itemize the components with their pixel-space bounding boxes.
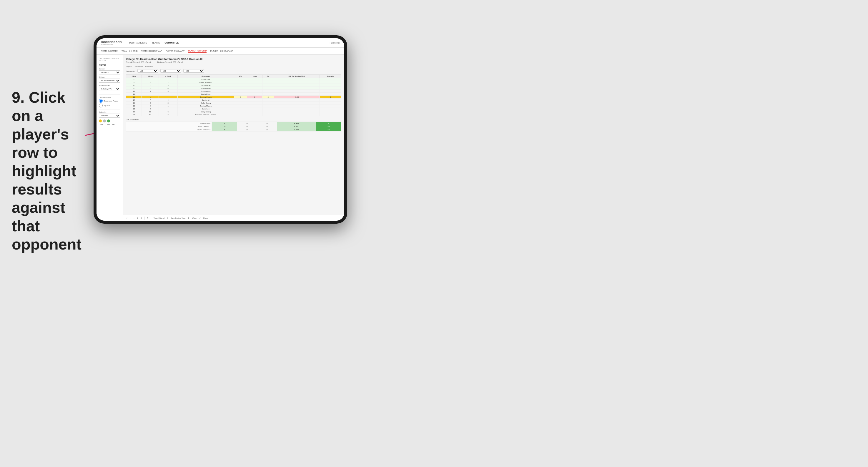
sub-nav: TEAM SUMMARY TEAM H2H GRID TEAM H2H HEAT… <box>96 48 344 55</box>
region-filter-label: Region <box>126 66 131 67</box>
overall-record-label: Overall Record: <box>126 61 141 63</box>
main-content: Last Updated: 27/03/2024 16:55:28 Player… <box>96 55 344 221</box>
subnav-team-h2h-grid[interactable]: TEAM H2H GRID <box>122 50 138 53</box>
table-cell <box>262 99 274 101</box>
save-btn[interactable]: ↕ <box>133 217 134 219</box>
table-cell: 2 <box>320 96 341 99</box>
refresh-btn[interactable]: ↻ <box>147 217 149 219</box>
nav-teams[interactable]: TEAMS <box>152 40 160 45</box>
table-cell <box>320 81 341 84</box>
out-div-row[interactable]: NAIA Division 115009.26730 <box>126 125 341 128</box>
col-loss: Loss <box>247 75 262 78</box>
radio-top100[interactable]: Top 100 <box>99 103 120 107</box>
save-custom-label[interactable]: Save Custom View <box>170 217 186 219</box>
sign-out-link[interactable]: Sign out <box>331 41 340 44</box>
annotation-text: 9. Click on a player's row to highlight … <box>12 89 82 253</box>
table-cell: Jessica Huang <box>178 96 234 99</box>
col-conf: # Conf <box>159 75 178 78</box>
table-cell <box>274 93 319 96</box>
watch-label[interactable]: Watch <box>192 217 197 219</box>
table-cell: 9 <box>126 87 142 90</box>
table-cell <box>247 101 262 104</box>
table-cell <box>320 90 341 93</box>
table-row[interactable]: 522Alexis Sudjianto <box>126 81 341 84</box>
table-row[interactable]: 914Sharon Mun <box>126 87 341 90</box>
table-cell <box>234 111 247 113</box>
out-div-row[interactable]: Foreign Team1004.5002 <box>126 122 341 125</box>
table-cell: -3.00 <box>274 96 319 99</box>
gender-select[interactable]: Women's <box>99 70 120 74</box>
out-div-row[interactable]: NCAA Division 25007.40010 <box>126 128 341 131</box>
table-cell: 13 <box>126 96 142 99</box>
undo-btn[interactable]: ↩ <box>126 217 127 219</box>
subnav-player-h2h-grid[interactable]: PLAYER H2H GRID <box>188 49 207 53</box>
division-record-label: Division Record: <box>157 61 172 63</box>
copy-btn[interactable]: ⊞ <box>137 217 138 219</box>
subnav-player-h2h-heatmap[interactable]: PLAYER H2H HEATMAP <box>210 50 233 53</box>
subnav-team-summary[interactable]: TEAM SUMMARY <box>101 50 118 53</box>
table-cell: 16 <box>126 104 142 107</box>
table-cell <box>320 107 341 111</box>
col-reg: # Reg <box>142 75 159 78</box>
subnav-player-summary[interactable]: PLAYER SUMMARY <box>166 50 185 53</box>
table-cell: Alexis Sudjianto <box>178 81 234 84</box>
watch-btn[interactable]: 👁 <box>188 217 189 219</box>
table-row[interactable]: 1691Jessica Mason <box>126 104 341 107</box>
table-cell <box>320 111 341 113</box>
opponent-select[interactable]: (All) <box>183 69 204 73</box>
table-cell: Euna Lee <box>178 107 234 111</box>
table-cell <box>262 101 274 104</box>
out-div-rounds: 2 <box>316 122 341 125</box>
share-btn[interactable]: ↗ <box>199 217 201 219</box>
division-select[interactable]: NCAA Division III <box>99 79 120 83</box>
conference-select[interactable]: (All) <box>160 69 181 73</box>
table-cell <box>247 90 262 93</box>
share-label[interactable]: Share <box>203 217 208 219</box>
nav-committee[interactable]: COMMITTEE <box>164 40 179 45</box>
table-row[interactable]: 613Sydney Kuo <box>126 84 341 87</box>
table-row[interactable]: 11Haeju Hyun <box>126 93 341 96</box>
out-div-cell: 15 <box>212 125 237 128</box>
table-cell: 20 <box>126 113 142 116</box>
table-cell <box>274 104 319 107</box>
table-cell: 14 <box>126 99 142 101</box>
paste-btn[interactable]: ⊡ <box>141 217 142 219</box>
table-cell <box>247 87 262 90</box>
table-cell <box>262 113 274 116</box>
grid-records: Overall Record: 353 - 34 - 6 Division Re… <box>126 61 341 63</box>
table-row[interactable]: 1063Andrea York <box>126 90 341 93</box>
view-original-btn[interactable]: View: Original <box>154 217 164 219</box>
table-cell: 3 <box>159 84 178 87</box>
table-cell <box>274 84 319 87</box>
out-div-cell: 5 <box>212 128 237 131</box>
table-row[interactable]: 1474Eunice Yi <box>126 99 341 101</box>
table-cell: 6 <box>126 84 142 87</box>
table-row[interactable]: 31Esther Lee <box>126 78 341 81</box>
table-cell: 15 <box>126 101 142 104</box>
table-row[interactable]: 20117Federica Domecq Lacroze <box>126 113 341 116</box>
opponent-filter-label: Opponent <box>145 66 153 67</box>
subnav-team-h2h-heatmap[interactable]: TEAM H2H HEATMAP <box>141 50 162 53</box>
radio-opponents-played[interactable]: Opponents Played <box>99 99 120 103</box>
opponent-view: Opponent view Opponents Played Top 100 <box>99 96 120 107</box>
player-rank-select[interactable]: 8. Katelyn Vo <box>99 87 120 91</box>
table-cell: 5 <box>126 81 142 84</box>
table-row[interactable]: 182Euna Lee <box>126 107 341 111</box>
nav-tournaments[interactable]: TOURNAMENTS <box>129 40 147 45</box>
table-cell <box>234 99 247 101</box>
table-cell <box>320 78 341 81</box>
out-div-table: Foreign Team1004.5002NAIA Division 11500… <box>126 122 341 131</box>
table-cell <box>247 93 262 96</box>
table-row[interactable]: 1585Stella Cheng <box>126 101 341 104</box>
table-row[interactable]: 131Jessica Huang010-3.002 <box>126 96 341 99</box>
color-by-select[interactable]: Win/loss <box>99 114 120 118</box>
save-custom-btn[interactable]: ⊟ <box>167 217 168 219</box>
out-div-rounds: 10 <box>316 128 341 131</box>
out-div-cell: 0 <box>237 128 257 131</box>
redo-btn[interactable]: ↪ <box>130 217 131 219</box>
table-cell: 19 <box>126 111 142 113</box>
table-cell <box>234 90 247 93</box>
region-select[interactable]: (All) <box>137 69 158 73</box>
table-row[interactable]: 19106Emily Chang <box>126 111 341 113</box>
table-cell <box>234 78 247 81</box>
